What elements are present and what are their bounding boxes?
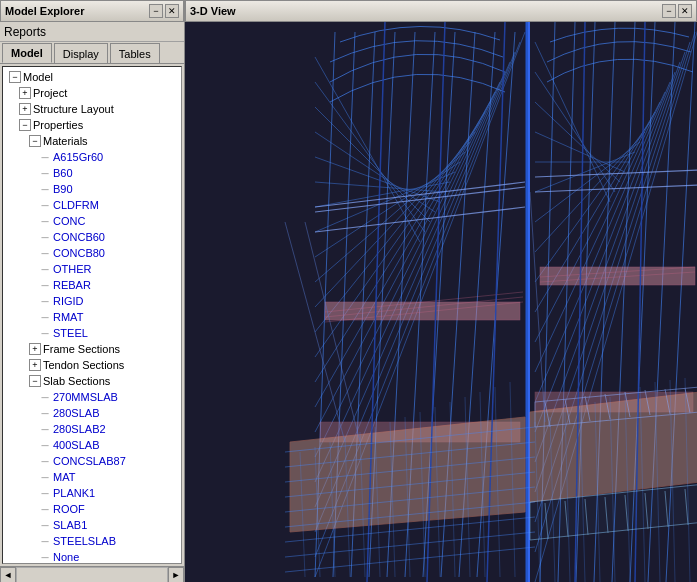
tree-label-steelslab: STEELSLAB: [53, 535, 116, 547]
tree-label-properties: Properties: [33, 119, 83, 131]
collapse-icon[interactable]: −: [19, 119, 31, 131]
view-close-button[interactable]: ✕: [678, 4, 692, 18]
tree-label-b90: B90: [53, 183, 73, 195]
tree-label-roof: ROOF: [53, 503, 85, 515]
leaf-dash-icon: ─: [39, 520, 51, 531]
expand-icon[interactable]: +: [19, 103, 31, 115]
tree-item-steelslab[interactable]: ─STEELSLAB: [5, 533, 179, 549]
tree-item-rebar[interactable]: ─REBAR: [5, 277, 179, 293]
scroll-track[interactable]: [16, 567, 168, 583]
leaf-dash-icon: ─: [39, 392, 51, 403]
tree-item-b60[interactable]: ─B60: [5, 165, 179, 181]
tree-item-roof[interactable]: ─ROOF: [5, 501, 179, 517]
leaf-dash-icon: ─: [39, 488, 51, 499]
tree-label-project: Project: [33, 87, 67, 99]
tree-item-b90[interactable]: ─B90: [5, 181, 179, 197]
tree-item-tendon[interactable]: +Tendon Sections: [5, 357, 179, 373]
leaf-dash-icon: ─: [39, 440, 51, 451]
tree-label-400slab: 400SLAB: [53, 439, 99, 451]
tree-item-slab1[interactable]: ─SLAB1: [5, 517, 179, 533]
collapse-icon[interactable]: −: [9, 71, 21, 83]
expand-icon[interactable]: +: [29, 359, 41, 371]
building-wireframe: [185, 22, 697, 582]
leaf-dash-icon: ─: [39, 552, 51, 563]
tree-item-properties[interactable]: −Properties: [5, 117, 179, 133]
leaf-dash-icon: ─: [39, 296, 51, 307]
tree-item-slab[interactable]: −Slab Sections: [5, 373, 179, 389]
tree-item-other[interactable]: ─OTHER: [5, 261, 179, 277]
leaf-dash-icon: ─: [39, 200, 51, 211]
tree-label-slab1: SLAB1: [53, 519, 87, 531]
tab-tables[interactable]: Tables: [110, 43, 160, 63]
tree-item-conc[interactable]: ─CONC: [5, 213, 179, 229]
leaf-dash-icon: ─: [39, 168, 51, 179]
tree-item-a615[interactable]: ─A615Gr60: [5, 149, 179, 165]
leaf-dash-icon: ─: [39, 456, 51, 467]
tree-label-a615: A615Gr60: [53, 151, 103, 163]
tree-item-none[interactable]: ─None: [5, 549, 179, 564]
tree-label-270mm: 270MMSLAB: [53, 391, 118, 403]
tree-label-concslab: CONCSLAB87: [53, 455, 126, 467]
tab-bar: Model Display Tables: [0, 42, 184, 64]
tree-item-280slab2[interactable]: ─280SLAB2: [5, 421, 179, 437]
leaf-dash-icon: ─: [39, 184, 51, 195]
tree-label-conc: CONC: [53, 215, 85, 227]
scroll-right-button[interactable]: ►: [168, 567, 184, 583]
tree-item-plank1[interactable]: ─PLANK1: [5, 485, 179, 501]
collapse-icon[interactable]: −: [29, 135, 41, 147]
scroll-left-button[interactable]: ◄: [0, 567, 16, 583]
view-title: 3-D View: [190, 5, 236, 17]
tree-label-mat: MAT: [53, 471, 75, 483]
tree-item-frame[interactable]: +Frame Sections: [5, 341, 179, 357]
model-explorer-panel: Model Explorer − ✕ Reports Model Display…: [0, 0, 185, 582]
tree-item-280slab[interactable]: ─280SLAB: [5, 405, 179, 421]
tree-label-rebar: REBAR: [53, 279, 91, 291]
tree-item-cldfrm[interactable]: ─CLDFRM: [5, 197, 179, 213]
close-button[interactable]: ✕: [165, 4, 179, 18]
leaf-dash-icon: ─: [39, 312, 51, 323]
tree-label-materials: Materials: [43, 135, 88, 147]
tree-item-mat[interactable]: ─MAT: [5, 469, 179, 485]
panel-title: Model Explorer: [5, 5, 84, 17]
tree-item-rigid[interactable]: ─RIGID: [5, 293, 179, 309]
leaf-dash-icon: ─: [39, 232, 51, 243]
reports-label: Reports: [4, 25, 46, 39]
tree-item-steel[interactable]: ─STEEL: [5, 325, 179, 341]
leaf-dash-icon: ─: [39, 264, 51, 275]
tree-label-slab: Slab Sections: [43, 375, 110, 387]
expand-icon[interactable]: +: [29, 343, 41, 355]
tree-label-plank1: PLANK1: [53, 487, 95, 499]
view-titlebar: 3-D View − ✕: [185, 0, 697, 22]
leaf-dash-icon: ─: [39, 328, 51, 339]
leaf-dash-icon: ─: [39, 536, 51, 547]
tree-label-structure: Structure Layout: [33, 103, 114, 115]
tree-item-project[interactable]: +Project: [5, 85, 179, 101]
minimize-button[interactable]: −: [149, 4, 163, 18]
tab-model[interactable]: Model: [2, 43, 52, 63]
tree-label-none: None: [53, 551, 79, 563]
tree-label-cldfrm: CLDFRM: [53, 199, 99, 211]
tab-display[interactable]: Display: [54, 43, 108, 63]
tree-item-270mm[interactable]: ─270MMSLAB: [5, 389, 179, 405]
svg-rect-63: [540, 267, 695, 285]
tree-item-materials[interactable]: −Materials: [5, 133, 179, 149]
tree-item-concb80[interactable]: ─CONCB80: [5, 245, 179, 261]
view-minimize-button[interactable]: −: [662, 4, 676, 18]
tree-item-concb60[interactable]: ─CONCB60: [5, 229, 179, 245]
collapse-icon[interactable]: −: [29, 375, 41, 387]
reports-bar: Reports: [0, 22, 184, 42]
tree-item-rmat[interactable]: ─RMAT: [5, 309, 179, 325]
tree-item-400slab[interactable]: ─400SLAB: [5, 437, 179, 453]
tree-label-frame: Frame Sections: [43, 343, 120, 355]
tree-item-concslab[interactable]: ─CONCSLAB87: [5, 453, 179, 469]
3d-view-area[interactable]: [185, 22, 697, 582]
tree-item-structure[interactable]: +Structure Layout: [5, 101, 179, 117]
titlebar-buttons: − ✕: [149, 4, 179, 18]
tree-label-tendon: Tendon Sections: [43, 359, 124, 371]
expand-icon[interactable]: +: [19, 87, 31, 99]
view-buttons: − ✕: [662, 4, 692, 18]
leaf-dash-icon: ─: [39, 472, 51, 483]
tree-label-rmat: RMAT: [53, 311, 83, 323]
tree-item-model[interactable]: −Model: [5, 69, 179, 85]
tree-container[interactable]: −Model+Project+Structure Layout−Properti…: [2, 66, 182, 564]
